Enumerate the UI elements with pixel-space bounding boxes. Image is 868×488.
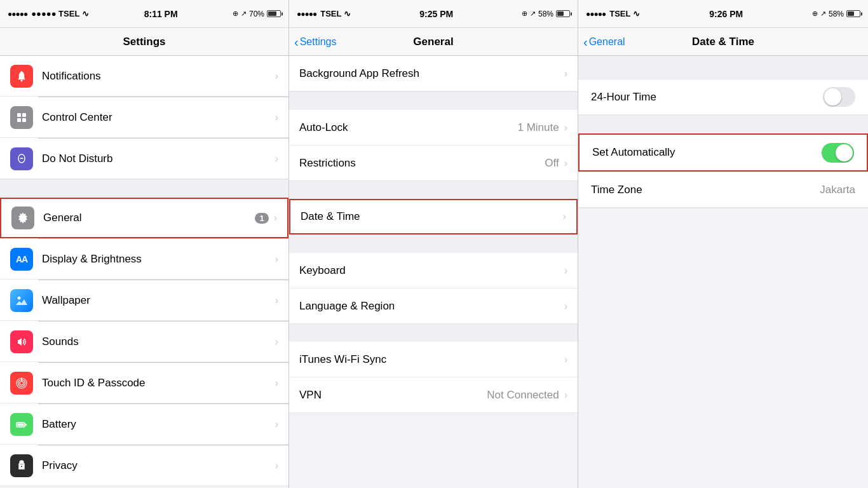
vpn-label: VPN: [299, 389, 487, 402]
list-item-privacy[interactable]: Privacy ›: [0, 445, 288, 486]
svg-rect-14: [18, 423, 24, 426]
section-itunes: iTunes Wi-Fi Sync › VPN Not Connected ›: [289, 342, 578, 413]
vpn-value: Not Connected: [487, 389, 559, 402]
status-right-right: ⊕ ↗ 58%: [812, 10, 860, 18]
notifications-label: Notifications: [42, 70, 275, 83]
wifi-icon: ∿: [82, 9, 89, 18]
svg-rect-7: [18, 340, 19, 344]
display-brightness-chevron: ›: [275, 254, 278, 265]
list-item-general[interactable]: General 1 ›: [0, 198, 288, 238]
status-time-left: 8:11 PM: [144, 9, 178, 19]
wifi-icon-mid: ∿: [344, 9, 351, 18]
location-icon-right: ⊕: [812, 10, 818, 18]
back-button-right[interactable]: ‹ General: [583, 36, 625, 48]
24hr-toggle[interactable]: [823, 87, 855, 107]
itunes-chevron: ›: [564, 354, 567, 365]
wallpaper-label: Wallpaper: [42, 294, 275, 307]
mid-row-bg-refresh[interactable]: Background App Refresh ›: [289, 56, 578, 92]
mid-row-vpn[interactable]: VPN Not Connected ›: [289, 377, 578, 413]
control-center-icon: [10, 106, 33, 129]
nav-title-right: Date & Time: [692, 36, 754, 48]
set-auto-label: Set Automatically: [592, 146, 822, 159]
back-button-mid[interactable]: ‹ Settings: [294, 36, 336, 48]
restrictions-label: Restrictions: [299, 157, 545, 170]
wifi-icon-right: ∿: [633, 9, 640, 18]
set-auto-toggle[interactable]: [822, 143, 854, 163]
do-not-disturb-chevron: ›: [275, 153, 278, 165]
signal-dots-right: ●●●●●: [586, 10, 606, 18]
arrow-icon: ↗: [241, 10, 247, 18]
mid-panel: ●●●●● TSEL ∿ 9:25 PM ⊕ ↗ 58% ‹ Settings …: [289, 0, 578, 488]
list-item-touch-id[interactable]: Touch ID & Passcode ›: [0, 363, 288, 403]
back-chevron-right: ‹: [583, 36, 588, 48]
location-icon-mid: ⊕: [522, 10, 527, 18]
date-time-chevron: ›: [563, 211, 566, 222]
wallpaper-chevron: ›: [275, 295, 278, 306]
mid-row-date-time[interactable]: Date & Time ›: [289, 199, 578, 234]
svg-point-6: [18, 296, 21, 299]
signal-dots: ●●●●●: [8, 10, 27, 18]
list-item-notifications[interactable]: Notifications ›: [0, 56, 288, 97]
general-badge: 1: [255, 213, 268, 224]
battery-percent-left: 70%: [249, 10, 264, 18]
privacy-chevron: ›: [275, 460, 278, 471]
list-item-battery[interactable]: Battery ›: [0, 404, 288, 445]
bg-refresh-label: Background App Refresh: [299, 67, 564, 80]
list-item-control-center[interactable]: Control Center ›: [0, 97, 288, 138]
section-group-1: Notifications › Control Center ›: [0, 56, 288, 180]
svg-rect-3: [17, 118, 21, 122]
privacy-label: Privacy: [42, 459, 275, 472]
status-right-mid: ⊕ ↗ 58%: [522, 10, 570, 18]
mid-row-keyboard[interactable]: Keyboard ›: [289, 253, 578, 288]
sep-mid-3: [289, 235, 578, 253]
sep-right-1: [578, 116, 868, 133]
touch-id-icon: [10, 372, 33, 395]
carrier-right: TSEL: [609, 9, 630, 18]
language-chevron: ›: [564, 301, 567, 312]
svg-point-16: [21, 466, 22, 467]
do-not-disturb-icon: [10, 147, 33, 170]
general-list: Background App Refresh › Auto-Lock 1 Min…: [289, 56, 578, 488]
back-label-right: General: [589, 36, 625, 48]
set-auto-toggle-knob: [836, 144, 853, 161]
nav-title-left: Settings: [123, 36, 165, 48]
do-not-disturb-label: Do Not Disturb: [42, 152, 275, 165]
timezone-label: Time Zone: [591, 184, 820, 196]
battery-percent-mid: 58%: [538, 10, 553, 18]
right-row-24hr: 24-Hour Time: [578, 79, 868, 115]
svg-rect-2: [22, 113, 26, 117]
section-sep-1: [0, 180, 288, 198]
section-timezone: Time Zone Jakarta: [578, 172, 868, 208]
mid-row-restrictions[interactable]: Restrictions Off ›: [289, 146, 578, 181]
display-brightness-label: Display & Brightness: [42, 253, 275, 266]
battery-chevron: ›: [275, 419, 278, 430]
notifications-chevron: ›: [275, 71, 278, 82]
top-spacer: [578, 56, 868, 79]
section-date-time: Date & Time ›: [289, 199, 578, 235]
timezone-value: Jakarta: [820, 184, 855, 196]
mid-row-autolock[interactable]: Auto-Lock 1 Minute ›: [289, 110, 578, 146]
status-bar-left: ●●●●● ●●●●● TSEL ∿ 8:11 PM ⊕ ↗ 70%: [0, 0, 288, 28]
24hr-label: 24-Hour Time: [591, 91, 823, 104]
sep-mid-1: [289, 92, 578, 110]
status-left-right: ●●●●● TSEL ∿: [586, 9, 640, 18]
status-left-mid: ●●●●● TSEL ∿: [297, 9, 351, 18]
nav-title-mid: General: [413, 36, 453, 48]
display-brightness-icon: AA: [10, 248, 33, 271]
bg-refresh-chevron: ›: [564, 68, 567, 79]
svg-rect-13: [25, 424, 27, 426]
mid-row-itunes[interactable]: iTunes Wi-Fi Sync ›: [289, 342, 578, 377]
section-keyboard: Keyboard › Language & Region ›: [289, 253, 578, 324]
sounds-label: Sounds: [42, 336, 275, 348]
list-item-do-not-disturb[interactable]: Do Not Disturb ›: [0, 139, 288, 179]
signal-dots-mid: ●●●●●: [297, 10, 316, 18]
touch-id-label: Touch ID & Passcode: [42, 377, 275, 390]
list-item-wallpaper[interactable]: Wallpaper ›: [0, 280, 288, 321]
status-left: ●●●●● ●●●●● TSEL ∿: [8, 9, 89, 18]
right-panel: ●●●●● TSEL ∿ 9:26 PM ⊕ ↗ 58% ‹ General D…: [578, 0, 868, 488]
mid-row-language[interactable]: Language & Region ›: [289, 288, 578, 324]
list-item-display-brightness[interactable]: AA Display & Brightness ›: [0, 239, 288, 280]
list-item-sounds[interactable]: Sounds ›: [0, 322, 288, 362]
sounds-icon: [10, 330, 33, 353]
nav-bar-right: ‹ General Date & Time: [578, 28, 868, 56]
